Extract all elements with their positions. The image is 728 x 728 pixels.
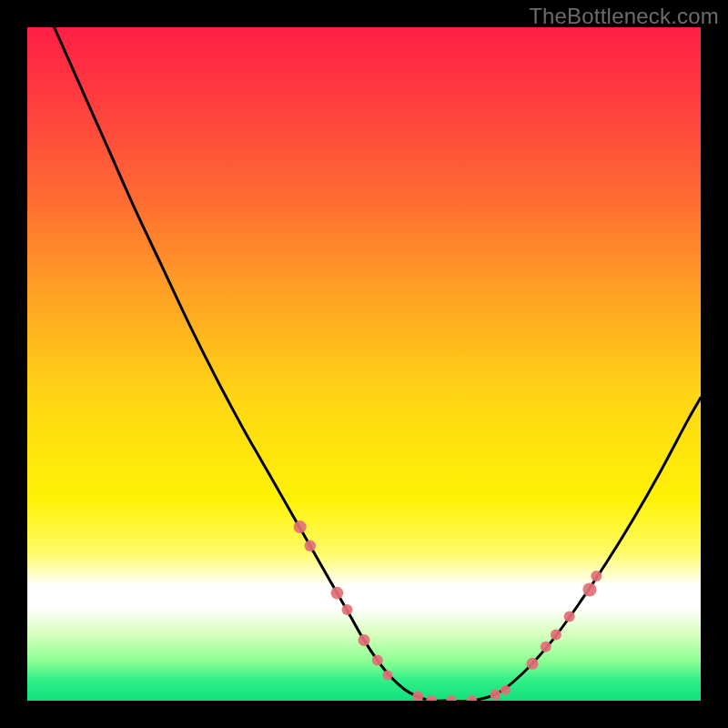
data-marker [490, 689, 500, 700]
data-marker [342, 604, 353, 615]
data-marker [305, 541, 316, 551]
data-marker [591, 571, 602, 581]
chart-background-gradient [27, 27, 701, 701]
data-marker [541, 642, 551, 652]
data-marker [527, 658, 539, 670]
data-marker [331, 587, 344, 600]
data-marker [372, 655, 383, 666]
data-marker [564, 612, 575, 622]
data-marker [294, 521, 307, 533]
data-marker [582, 582, 596, 596]
watermark-text: TheBottleneck.com [529, 4, 719, 29]
data-marker [500, 685, 511, 695]
data-marker [382, 670, 392, 680]
data-marker [551, 629, 561, 640]
bottleneck-curve-chart [27, 27, 701, 701]
data-marker [359, 634, 370, 646]
chart-frame: TheBottleneck.com [0, 0, 728, 728]
